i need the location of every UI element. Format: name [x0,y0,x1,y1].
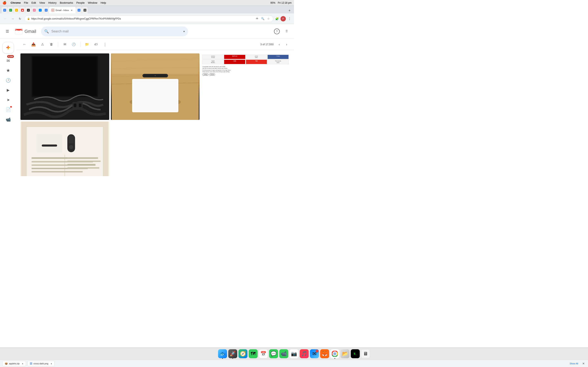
gallery-image-2[interactable] [111,53,200,120]
report-spam-button[interactable]: ⚠ [38,40,47,49]
gmail-header-actions: ? ⠿ [273,27,291,35]
archive-button[interactable]: 📥 [29,40,38,49]
gallery-image-4[interactable] [20,122,109,176]
svg-rect-26 [69,136,74,143]
menubar-chrome[interactable]: Chrome [11,1,21,4]
new-tab-button[interactable]: + [287,8,292,13]
label-button[interactable]: 🏷 [92,40,100,49]
move-folder-icon: 📁 [85,42,89,46]
macos-menubar: 🍎 Chrome File Edit View History Bookmark… [0,0,294,6]
tab-item[interactable]: A [25,7,31,13]
tab-item[interactable]: ◼ [19,7,25,13]
tab-item[interactable]: G [76,7,82,13]
tab-item[interactable]: f [37,7,43,13]
sidebar-meet-button[interactable]: 📹 [4,115,12,124]
move-to-button[interactable]: 📁 [83,40,91,49]
profile-avatar[interactable]: P [281,16,286,21]
sidebar-starred-button[interactable]: ★ [4,67,12,75]
mark-unread-button[interactable]: ✉ [61,40,69,49]
tab-item[interactable]: P [31,7,37,13]
next-email-button[interactable]: › [283,41,290,48]
appletv-device-svg [111,53,200,120]
menubar-status: 95% Fri 12:18 pm [270,1,292,4]
menubar-history[interactable]: History [48,1,56,4]
svg-rect-24 [42,145,57,147]
gmail-body: ✚ ✉ 8,338 ★ 🕐 ▶ [0,39,294,176]
product-cell-primevideo: primevideo [246,55,267,59]
cables-svg [20,53,109,120]
tab-item[interactable]: ✓ [8,7,13,13]
star-icon: ★ [6,68,10,73]
svg-point-27 [69,145,73,149]
compose-plus-icon: ✚ [6,45,10,50]
prev-email-button[interactable]: ‹ [276,41,283,48]
back-button[interactable]: ← [2,16,8,22]
tab-item[interactable]: A [13,7,19,13]
product-description: Compatible with HD televisions with HDMI… [202,66,289,73]
svg-rect-32 [31,171,83,172]
sidebar-sent-button[interactable]: ➤ [4,96,12,104]
lens-icon[interactable]: 👁 [255,17,259,21]
tab-item[interactable]: S [82,7,87,13]
gmail-logo: Gmail [15,27,36,35]
product-badges: 1080p 32GB [202,73,289,76]
forward-button[interactable]: → [10,16,16,22]
menu-icon[interactable]: ⋮ [287,17,292,21]
product-cell-thousands: Thousandsmore [268,59,289,64]
menubar-people[interactable]: People [76,1,85,4]
gmail-header: ☰ Gmail 🔍 Search mail ▾ [0,24,294,39]
unread-icon: ✉ [63,42,66,46]
sidebar-important-button[interactable]: ▶ [4,86,12,94]
warning-icon: ⚠ [41,42,44,46]
meet-icon: 📹 [6,117,11,122]
menubar-help[interactable]: Help [101,1,106,4]
drafts-icon: 📄 [6,107,11,112]
toolbar-divider-2 [80,42,80,47]
tab-item[interactable]: G [2,7,7,13]
gmail-menu-button[interactable]: ☰ [3,27,11,35]
delete-button[interactable]: 🗑 [47,40,56,49]
zoom-icon[interactable]: 🔍 [261,17,265,21]
snooze-icon: 🕐 [72,42,76,46]
extensions-icon[interactable]: 🧩 [275,17,279,21]
snooze-button[interactable]: 🕐 [70,40,78,49]
svg-rect-14 [112,53,199,74]
gmail-search-bar[interactable]: 🔍 Search mail ▾ [41,26,188,36]
sidebar-snoozed-button[interactable]: 🕐 [4,76,12,84]
svg-rect-34 [67,157,98,159]
chevron-left-icon: ‹ [279,43,280,46]
menubar-edit[interactable]: Edit [31,1,36,4]
compose-button[interactable]: ✚ [2,42,14,53]
chrome-tabbar: G ✓ A ◼ A P f G M Gmail - Inbox ✕ G S + [0,6,294,13]
menubar-file[interactable]: File [24,1,28,4]
address-bar[interactable]: 🔒 https://mail.google.com/mail/u/0/#inbo… [25,16,273,22]
drafts-notification-dot [10,106,12,108]
svg-rect-8 [79,104,81,107]
tab-gmail-active[interactable]: M Gmail - Inbox ✕ [49,7,76,13]
svg-rect-35 [67,161,101,162]
svg-rect-23 [36,134,62,152]
menubar-bookmarks[interactable]: Bookmarks [60,1,73,4]
tab-item[interactable]: G [43,7,49,13]
sidebar-inbox-button[interactable]: ✉ 8,338 [4,57,12,65]
svg-point-20 [155,75,156,76]
clock-icon: 🕐 [6,78,11,83]
gallery-image-3[interactable]: moviesiTunes NETFLIX primevideo f Video … [201,53,290,120]
apple-menu[interactable]: 🍎 [2,1,7,5]
tab-close-btn[interactable]: ✕ [70,8,73,12]
menubar-view[interactable]: View [39,1,45,4]
bookmark-icon[interactable]: ☆ [267,17,270,21]
product-cell-cnn: CNN [224,59,245,64]
gmail-app: ☰ Gmail 🔍 Search mail ▾ [0,24,294,176]
help-button[interactable]: ? [273,27,281,35]
apps-button[interactable]: ⠿ [283,27,291,35]
search-dropdown-icon[interactable]: ▾ [183,30,185,33]
menubar-window[interactable]: Window [88,1,97,4]
trash-icon: 🗑 [50,43,53,46]
refresh-button[interactable]: ↻ [17,16,23,22]
more-options-button[interactable]: ⋮ [101,40,109,49]
menubar-battery: 95% [270,1,276,4]
back-to-inbox-button[interactable]: ← [20,40,29,49]
sidebar-drafts-button[interactable]: 📄 [4,106,12,114]
gallery-image-1[interactable] [20,53,109,120]
